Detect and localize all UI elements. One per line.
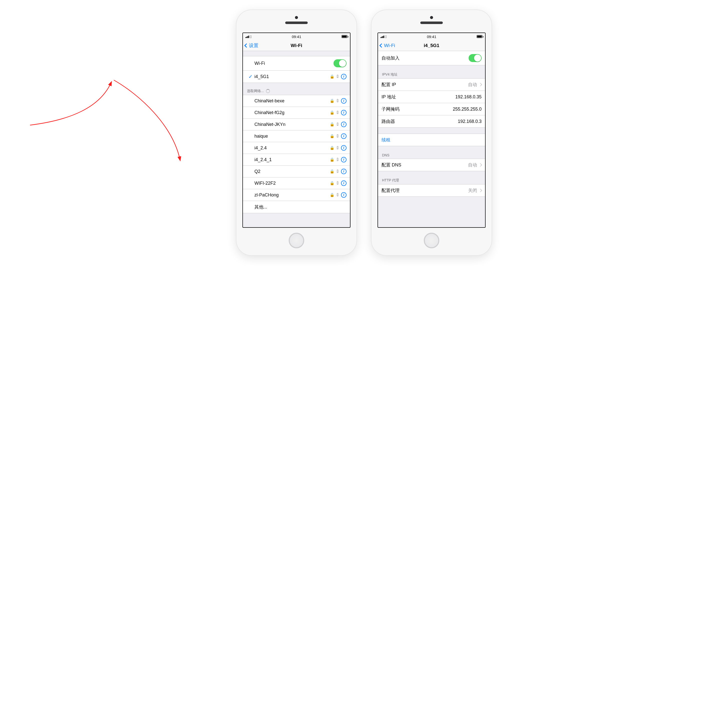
- wifi-strength-icon: 􀙇: [337, 98, 338, 103]
- battery-icon: [341, 35, 347, 38]
- checkmark-icon: ✓: [248, 73, 253, 80]
- configure-dns-row[interactable]: 配置 DNS 自动: [378, 159, 485, 171]
- wifi-strength-icon: 􀙇: [337, 145, 338, 150]
- home-button[interactable]: [424, 233, 439, 248]
- status-time: 09:41: [292, 35, 301, 39]
- network-row[interactable]: Q2🔒􀙇i: [243, 166, 350, 178]
- ipv4-header: IPV4 地址: [378, 71, 485, 78]
- info-icon[interactable]: i: [341, 169, 347, 174]
- lock-icon: 🔒: [330, 193, 335, 197]
- phone-right: 􀙇 09:41 Wi-Fi i4_5G1 自动加入 IPV4 地址 配置 IP …: [372, 10, 492, 255]
- configure-ip-row[interactable]: 配置 IP 自动: [378, 78, 485, 91]
- info-icon[interactable]: i: [341, 110, 347, 115]
- camera-dot: [430, 16, 433, 19]
- network-row[interactable]: i4_2.4_1🔒􀙇i: [243, 154, 350, 166]
- wifi-status-icon: 􀙇: [385, 35, 387, 39]
- network-ssid: ChinaNet-bexe: [254, 98, 330, 104]
- lock-icon: 🔒: [330, 145, 335, 150]
- configure-proxy-row[interactable]: 配置代理 关闭: [378, 184, 485, 197]
- connected-network-row[interactable]: ✓ i4_5G1 🔒 􀙇 i: [243, 70, 350, 83]
- speaker-slot: [285, 21, 308, 24]
- network-ssid: i4_2.4_1: [254, 157, 330, 162]
- wifi-strength-icon: 􀙇: [337, 157, 338, 162]
- info-icon[interactable]: i: [341, 145, 347, 151]
- lock-icon: 🔒: [330, 74, 335, 79]
- screen-left: 􀙇 09:41 设置 Wi-Fi Wi-Fi ✓ i4_5G1: [242, 32, 350, 228]
- phone-left: 􀙇 09:41 设置 Wi-Fi Wi-Fi ✓ i4_5G1: [236, 10, 356, 255]
- lock-icon: 🔒: [330, 181, 335, 185]
- network-ssid: WIFI-22F2: [254, 181, 330, 186]
- connected-ssid: i4_5G1: [254, 74, 330, 79]
- page-title: i4_5G1: [378, 43, 485, 48]
- network-ssid: ChinaNet-JKYn: [254, 122, 330, 127]
- network-ssid: ChinaNet-fG2g: [254, 110, 330, 115]
- auto-join-row[interactable]: 自动加入: [378, 51, 485, 65]
- screen-right: 􀙇 09:41 Wi-Fi i4_5G1 自动加入 IPV4 地址 配置 IP …: [378, 32, 486, 228]
- chevron-right-icon: [479, 189, 482, 192]
- network-row[interactable]: haique🔒􀙇i: [243, 130, 350, 142]
- network-row[interactable]: i4_2.4🔒􀙇i: [243, 142, 350, 154]
- wifi-strength-icon: 􀙇: [337, 193, 338, 197]
- renew-lease-row[interactable]: 续租: [378, 134, 485, 146]
- info-icon[interactable]: i: [341, 122, 347, 127]
- wifi-strength-icon: 􀙇: [337, 134, 338, 139]
- lock-icon: 🔒: [330, 169, 335, 174]
- info-icon[interactable]: i: [341, 98, 347, 104]
- status-bar: 􀙇 09:41: [378, 33, 485, 40]
- status-bar: 􀙇 09:41: [243, 33, 350, 40]
- lock-icon: 🔒: [330, 122, 335, 127]
- other-network-row[interactable]: 其他...: [243, 201, 350, 213]
- nav-bar: 设置 Wi-Fi: [243, 40, 350, 51]
- wifi-master-group: Wi-Fi ✓ i4_5G1 🔒 􀙇 i: [243, 56, 350, 83]
- network-row[interactable]: WIFI-22F2🔒􀙇i: [243, 178, 350, 189]
- wifi-toggle-label: Wi-Fi: [254, 61, 333, 66]
- http-proxy-header: HTTP 代理: [378, 177, 485, 184]
- dns-header: DNS: [378, 152, 485, 159]
- auto-join-label: 自动加入: [381, 55, 469, 61]
- network-row[interactable]: ChinaNet-fG2g🔒􀙇i: [243, 107, 350, 119]
- network-row[interactable]: zl-PaCHong🔒􀙇i: [243, 189, 350, 201]
- page-title: Wi-Fi: [243, 43, 350, 48]
- info-icon[interactable]: i: [341, 157, 347, 162]
- signal-bars-icon: [381, 35, 384, 38]
- speaker-slot: [420, 21, 443, 24]
- wifi-status-icon: 􀙇: [250, 35, 251, 39]
- network-row[interactable]: ChinaNet-JKYn🔒􀙇i: [243, 119, 350, 130]
- wifi-strength-icon: 􀙇: [337, 181, 338, 186]
- wifi-toggle[interactable]: [333, 59, 347, 67]
- nav-bar: Wi-Fi i4_5G1: [378, 40, 485, 51]
- status-time: 09:41: [427, 35, 436, 39]
- info-icon[interactable]: i: [341, 192, 347, 198]
- info-icon[interactable]: i: [341, 181, 347, 186]
- auto-join-toggle[interactable]: [469, 54, 482, 62]
- subnet-mask-row: 子网掩码 255.255.255.0: [378, 103, 485, 115]
- wifi-strength-icon: 􀙇: [337, 169, 338, 174]
- lock-icon: 🔒: [330, 134, 335, 138]
- network-ssid: haique: [254, 134, 330, 139]
- network-row[interactable]: ChinaNet-bexe🔒􀙇i: [243, 95, 350, 107]
- wifi-toggle-row[interactable]: Wi-Fi: [243, 56, 350, 70]
- other-label: 其他...: [254, 204, 347, 210]
- chevron-right-icon: [479, 83, 482, 86]
- wifi-strength-icon: 􀙇: [337, 110, 338, 115]
- info-icon[interactable]: i: [341, 74, 347, 79]
- network-list: ChinaNet-bexe🔒􀙇iChinaNet-fG2g🔒􀙇iChinaNet…: [243, 95, 350, 213]
- wifi-strength-icon: 􀙇: [337, 122, 338, 127]
- wifi-strength-icon: 􀙇: [337, 74, 338, 79]
- signal-bars-icon: [245, 35, 249, 38]
- camera-dot: [295, 16, 298, 19]
- renew-group: 续租: [378, 134, 485, 146]
- lock-icon: 🔒: [330, 99, 335, 103]
- network-ssid: zl-PaCHong: [254, 193, 330, 198]
- home-button[interactable]: [289, 233, 304, 248]
- lock-icon: 🔒: [330, 158, 335, 162]
- ip-address-row: IP 地址 192.168.0.35: [378, 91, 485, 103]
- network-ssid: i4_2.4: [254, 145, 330, 151]
- spinner-icon: [266, 89, 270, 93]
- choose-network-header: 选取网络...: [243, 87, 350, 95]
- info-icon[interactable]: i: [341, 133, 347, 139]
- network-ssid: Q2: [254, 169, 330, 174]
- router-row: 路由器 192.168.0.3: [378, 115, 485, 128]
- battery-icon: [477, 35, 483, 38]
- chevron-right-icon: [479, 163, 482, 167]
